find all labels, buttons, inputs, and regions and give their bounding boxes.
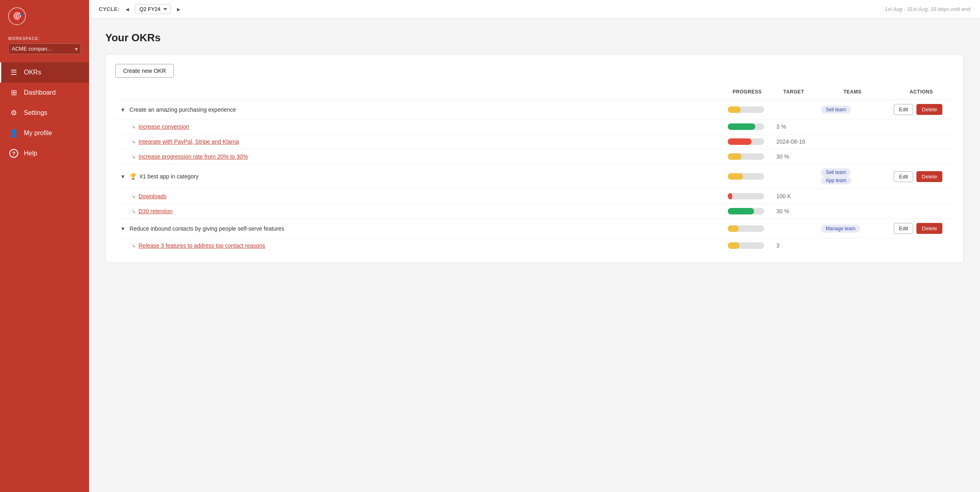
table-row: ▼ 🏆 #1 best app in category Sell team xyxy=(115,164,954,189)
obj3-delete-button[interactable]: Delete xyxy=(916,223,942,234)
workspace-select[interactable]: ACME compan... xyxy=(8,43,81,54)
obj2-progress-cell xyxy=(723,164,771,189)
create-okr-button[interactable]: Create new OKR xyxy=(115,64,174,78)
obj3-name: Reduce inbound contacts by giving people… xyxy=(130,225,284,232)
cycle-select[interactable]: Q2 FY24 Q1 FY24 Q3 FY24 Q4 FY24 xyxy=(135,4,171,14)
content-area: Your OKRs Create new OKR PROGRESS TARGET… xyxy=(89,19,980,492)
kr2-actions-cell xyxy=(889,134,954,149)
profile-icon: 👤 xyxy=(9,129,18,138)
kr4-link[interactable]: Downloads xyxy=(138,193,166,199)
obj3-teams-cell: Manage team xyxy=(816,219,889,238)
obj3-progress-fill xyxy=(728,225,739,232)
obj2-name: #1 best app in category xyxy=(140,173,199,180)
okr-table-body: ▼ Create an amazing purchasing experienc… xyxy=(115,100,954,253)
kr2-link[interactable]: Integrate with PayPal, Stripe and Klarna xyxy=(138,138,239,145)
kr3-actions-cell xyxy=(889,149,954,164)
sidebar: 🎯 WORKSPACE: ACME compan... ☰ OKRs ⊞ Das… xyxy=(0,0,89,492)
kr2-arrow-icon: ↳ xyxy=(132,139,136,145)
kr3-target-cell: 30 % xyxy=(771,149,816,164)
kr2-teams-cell xyxy=(816,134,889,149)
sidebar-item-profile-label: My profile xyxy=(24,129,52,137)
obj3-actions-cell: Edit Delete xyxy=(889,219,954,238)
obj1-delete-button[interactable]: Delete xyxy=(916,104,942,115)
kr6-arrow-icon: ↳ xyxy=(132,243,136,249)
kr6-link[interactable]: Release 3 features to address top contac… xyxy=(138,242,265,249)
main-area: CYCLE: ◄ Q2 FY24 Q1 FY24 Q3 FY24 Q4 FY24… xyxy=(89,0,980,492)
kr3-link[interactable]: Increase progression rate from 20% to 30… xyxy=(138,153,248,160)
obj1-teams-cell: Sell team xyxy=(816,100,889,119)
kr5-teams-cell xyxy=(816,204,889,219)
obj3-progress-bar xyxy=(728,225,764,232)
kr2-name-cell: ↳ Integrate with PayPal, Stripe and Klar… xyxy=(115,134,723,149)
obj2-progress-fill xyxy=(728,173,743,180)
kr6-target-cell: 3 xyxy=(771,238,816,253)
kr6-progress-fill xyxy=(728,242,739,249)
kr3-arrow-icon: ↳ xyxy=(132,154,136,160)
obj3-edit-button[interactable]: Edit xyxy=(894,223,913,234)
col-name-header xyxy=(115,86,723,100)
sidebar-item-dashboard[interactable]: ⊞ Dashboard xyxy=(0,83,89,103)
table-row: ▼ Create an amazing purchasing experienc… xyxy=(115,100,954,119)
table-row: ↳ D30 retention 30 % xyxy=(115,204,954,219)
help-icon: ? xyxy=(9,149,18,158)
kr5-actions-cell xyxy=(889,204,954,219)
sidebar-item-settings[interactable]: ⚙ Settings xyxy=(0,103,89,123)
obj2-team-app[interactable]: App team xyxy=(821,176,851,184)
kr6-actions-cell xyxy=(889,238,954,253)
obj1-target-cell xyxy=(771,100,816,119)
date-range: 1st Aug - 31st Aug, 33 days until end xyxy=(884,6,970,12)
okr-card: Create new OKR PROGRESS TARGET TEAMS ACT… xyxy=(105,54,964,263)
sidebar-nav: ☰ OKRs ⊞ Dashboard ⚙ Settings 👤 My profi… xyxy=(0,62,89,492)
kr1-name-cell: ↳ Increase conversion xyxy=(115,119,723,134)
obj1-collapse-arrow[interactable]: ▼ xyxy=(120,107,126,113)
cycle-prev-button[interactable]: ◄ xyxy=(123,5,132,13)
kr1-indent: ↳ Increase conversion xyxy=(120,123,718,130)
kr6-name-cell: ↳ Release 3 features to address top cont… xyxy=(115,238,723,253)
sidebar-item-okrs-label: OKRs xyxy=(24,69,41,76)
obj1-progress-bar xyxy=(728,106,764,113)
obj2-progress-bar xyxy=(728,173,764,180)
kr4-target-cell: 100 K xyxy=(771,189,816,204)
obj2-delete-button[interactable]: Delete xyxy=(916,171,942,182)
kr4-arrow-icon: ↳ xyxy=(132,193,136,199)
obj1-edit-button[interactable]: Edit xyxy=(894,104,913,115)
kr3-name-cell: ↳ Increase progression rate from 20% to … xyxy=(115,149,723,164)
obj2-team-sell[interactable]: Sell team xyxy=(821,168,851,176)
kr5-progress-fill xyxy=(728,208,754,214)
kr1-link[interactable]: Increase conversion xyxy=(138,123,189,130)
kr4-actions-cell xyxy=(889,189,954,204)
kr3-progress-fill xyxy=(728,153,741,160)
obj3-collapse-arrow[interactable]: ▼ xyxy=(120,226,126,232)
kr6-indent: ↳ Release 3 features to address top cont… xyxy=(120,242,718,249)
sidebar-item-settings-label: Settings xyxy=(24,109,47,117)
obj2-edit-button[interactable]: Edit xyxy=(894,171,913,182)
kr4-progress-fill xyxy=(728,193,732,199)
obj1-team-sell[interactable]: Sell team xyxy=(821,106,851,114)
table-row: ↳ Downloads 100 K xyxy=(115,189,954,204)
okr-table: PROGRESS TARGET TEAMS ACTIONS ▼ Create a… xyxy=(115,86,954,253)
col-actions-header: ACTIONS xyxy=(889,86,954,100)
obj2-teams-cell: Sell team App team xyxy=(816,164,889,189)
kr1-teams-cell xyxy=(816,119,889,134)
kr6-progress-bar xyxy=(728,242,764,249)
sidebar-item-help[interactable]: ? Help xyxy=(0,143,89,163)
cycle-next-button[interactable]: ► xyxy=(174,5,183,13)
kr2-progress-cell xyxy=(723,134,771,149)
kr1-progress-fill xyxy=(728,123,755,130)
obj2-collapse-arrow[interactable]: ▼ xyxy=(120,174,126,180)
kr1-arrow-icon: ↳ xyxy=(132,124,136,130)
sidebar-item-okrs[interactable]: ☰ OKRs xyxy=(0,62,89,83)
kr3-indent: ↳ Increase progression rate from 20% to … xyxy=(120,153,718,160)
sidebar-item-dashboard-label: Dashboard xyxy=(24,89,55,96)
sidebar-item-profile[interactable]: 👤 My profile xyxy=(0,123,89,143)
kr5-link[interactable]: D30 retention xyxy=(138,208,173,214)
kr4-indent: ↳ Downloads xyxy=(120,193,718,199)
kr3-progress-bar xyxy=(728,153,764,160)
kr2-progress-fill xyxy=(728,138,752,145)
table-row: ↳ Increase conversion 3 % xyxy=(115,119,954,134)
obj3-progress-cell xyxy=(723,219,771,238)
obj3-team-manage[interactable]: Manage team xyxy=(821,225,860,233)
workspace-section: WORKSPACE: ACME compan... xyxy=(0,32,89,62)
kr3-progress-cell xyxy=(723,149,771,164)
kr5-target-cell: 30 % xyxy=(771,204,816,219)
